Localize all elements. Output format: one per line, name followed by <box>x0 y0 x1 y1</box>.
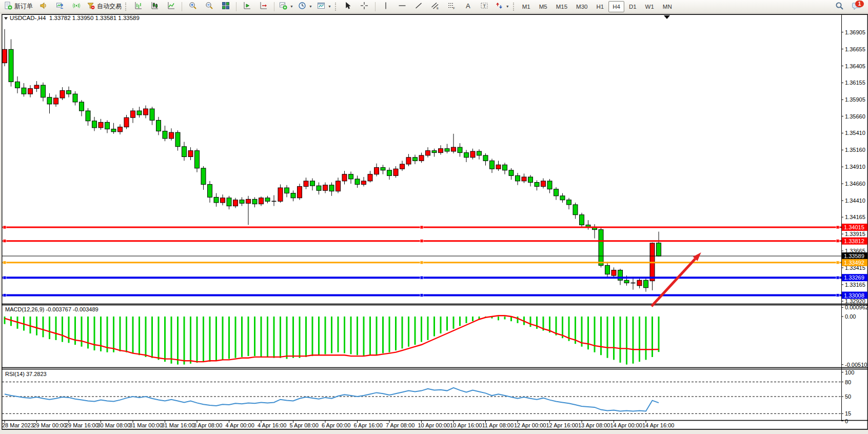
timeframe-m15-button[interactable]: M15 <box>552 1 571 12</box>
tile-windows-button[interactable] <box>218 1 233 13</box>
templates-button[interactable]: ▼ <box>315 1 333 13</box>
auto-trading-label: 自动交易 <box>97 2 122 11</box>
arrows-tool-button[interactable]: ▼ <box>493 1 511 13</box>
zoom-out-icon <box>205 2 213 11</box>
sound-button[interactable] <box>35 1 51 13</box>
zoom-in-button[interactable] <box>185 1 201 13</box>
notifications-button[interactable]: 1 <box>851 1 863 12</box>
svg-text:1.34910: 1.34910 <box>845 164 865 170</box>
svg-text:4 Apr 16:00: 4 Apr 16:00 <box>258 422 286 428</box>
periods-button[interactable]: ▼ <box>296 1 314 13</box>
new-order-icon <box>4 2 12 11</box>
svg-text:1.33812: 1.33812 <box>844 238 864 244</box>
trendline-icon <box>415 2 423 11</box>
timeframe-h1-button[interactable]: H1 <box>592 1 608 12</box>
svg-text:1.34410: 1.34410 <box>845 198 865 204</box>
notification-badge: 1 <box>855 1 864 7</box>
chart-canvas[interactable]: 1.369051.366551.364051.361551.359051.356… <box>2 14 868 430</box>
dropdown-caret: ▼ <box>309 5 312 8</box>
timeframe-m30-button[interactable]: M30 <box>572 1 591 12</box>
main-toolbar: 新订单 自动交易 <box>0 0 868 13</box>
crosshair-tool-button[interactable] <box>357 1 372 13</box>
chart-title-symbol: USDCAD-,H4 <box>10 15 46 21</box>
svg-text:5 Apr 08:00: 5 Apr 08:00 <box>290 422 319 428</box>
equidistant-channel-tool-button[interactable]: E <box>427 1 443 13</box>
svg-text:1.33165: 1.33165 <box>845 282 865 288</box>
svg-text:1.36405: 1.36405 <box>845 63 865 69</box>
timeframe-m5-button[interactable]: M5 <box>535 1 551 12</box>
indicators-button[interactable]: ▼ <box>277 1 295 13</box>
text-tool-button[interactable]: A <box>460 1 476 13</box>
trader-chart-icon <box>56 2 64 11</box>
add-indicator-icon <box>279 2 287 11</box>
svg-text:1.35660: 1.35660 <box>845 113 865 120</box>
rsi-indicator-label: RSI(14) 37.2823 <box>5 371 47 377</box>
toolbar-grip <box>513 3 515 11</box>
new-order-button[interactable]: 新订单 <box>2 1 35 13</box>
auto-trading-button[interactable]: 自动交易 <box>85 1 124 13</box>
search-icon <box>835 2 844 12</box>
chart-shift-icon <box>260 2 268 11</box>
dropdown-caret: ▼ <box>328 5 331 8</box>
text-label-tool-button[interactable]: T <box>477 1 492 13</box>
toolbar-separator <box>182 2 182 11</box>
svg-text:1.34165: 1.34165 <box>845 214 865 220</box>
svg-text:1.32920: 1.32920 <box>845 298 865 304</box>
zoom-in-icon <box>189 2 197 11</box>
svg-text:14 Apr 00:00: 14 Apr 00:00 <box>610 422 642 428</box>
svg-text:1.33008: 1.33008 <box>844 292 864 299</box>
cursor-tool-button[interactable] <box>340 1 356 13</box>
dropdown-caret: ▼ <box>290 5 293 8</box>
template-icon <box>317 2 325 11</box>
candlestick-chart-button[interactable] <box>147 1 163 13</box>
chart-shift-button[interactable] <box>255 1 271 13</box>
trendline-tool-button[interactable] <box>411 1 427 13</box>
bar-chart-icon <box>134 2 143 11</box>
horizontal-line-tool-button[interactable] <box>394 1 410 13</box>
bar-chart-button[interactable] <box>130 1 146 13</box>
text-icon: A <box>464 2 472 11</box>
timeframe-h4-button[interactable]: H4 <box>608 1 624 12</box>
svg-text:28 Mar 2023: 28 Mar 2023 <box>2 422 34 428</box>
cursor-icon <box>344 2 352 11</box>
signals-button[interactable] <box>68 1 84 13</box>
new-order-label: 新订单 <box>14 2 33 11</box>
svg-text:13 Apr 08:00: 13 Apr 08:00 <box>578 422 610 428</box>
svg-text:1.36905: 1.36905 <box>845 29 865 35</box>
market-watch-button[interactable] <box>52 1 68 13</box>
auto-trading-icon <box>87 2 95 11</box>
status-bar <box>0 430 868 434</box>
timeframe-m1-button[interactable]: M1 <box>518 1 535 12</box>
zoom-out-button[interactable] <box>201 1 217 13</box>
timeframe-mn-button[interactable]: MN <box>659 1 676 12</box>
svg-text:50: 50 <box>845 393 851 400</box>
svg-text:0.00: 0.00 <box>845 313 856 320</box>
crosshair-icon <box>360 2 368 11</box>
text-label-icon: T <box>480 2 488 11</box>
search-button[interactable] <box>832 1 847 13</box>
svg-text:1.34660: 1.34660 <box>845 181 865 187</box>
svg-text:0: 0 <box>845 418 848 424</box>
timeframe-d1-button[interactable]: D1 <box>625 1 641 12</box>
svg-text:10 Apr 00:00: 10 Apr 00:00 <box>418 422 450 428</box>
svg-text:29 Mar 00:00: 29 Mar 00:00 <box>33 422 67 428</box>
svg-text:1.35160: 1.35160 <box>845 147 865 153</box>
svg-text:15: 15 <box>845 410 851 417</box>
channel-icon: E <box>431 2 439 11</box>
svg-text:31 Mar 16:00: 31 Mar 16:00 <box>162 422 195 428</box>
timeframe-w1-button[interactable]: W1 <box>641 1 658 12</box>
horizontal-line-icon <box>398 2 406 11</box>
fibonacci-tool-button[interactable]: F <box>444 1 460 13</box>
time-axis[interactable]: 28 Mar 202329 Mar 00:0029 Mar 16:0030 Ma… <box>2 421 674 428</box>
line-chart-button[interactable] <box>163 1 179 13</box>
svg-text:30 Mar 08:00: 30 Mar 08:00 <box>97 422 131 428</box>
chart-window[interactable]: 1.369051.366551.364051.361551.359051.356… <box>2 14 868 430</box>
svg-text:1.34015: 1.34015 <box>844 224 864 230</box>
toolbar-grip <box>335 3 337 11</box>
timeframe-group: M1M5M15M30H1H4D1W1MN <box>518 1 676 12</box>
vertical-line-tool-button[interactable] <box>378 1 394 13</box>
svg-text:80: 80 <box>845 379 851 385</box>
line-chart-icon <box>167 2 175 11</box>
auto-scroll-button[interactable] <box>239 1 255 13</box>
sound-icon <box>40 2 48 11</box>
